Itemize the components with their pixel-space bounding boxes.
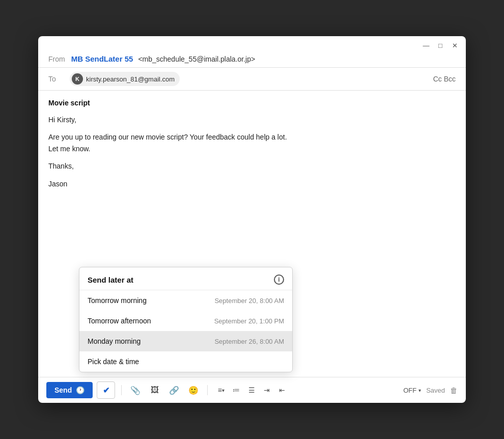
minimize-button[interactable]: — [422, 41, 430, 49]
option-tomorrow-afternoon[interactable]: Tomorrow afternoon September 20, 1:00 PM [79, 311, 292, 331]
info-icon[interactable]: i [274, 275, 284, 285]
email-compose-window: — □ ✕ From MB SendLater 55 <mb_schedule_… [38, 36, 466, 403]
cc-bcc-button[interactable]: Cc Bcc [433, 75, 456, 83]
window-controls: — □ ✕ [422, 41, 459, 49]
title-bar: — □ ✕ [38, 36, 466, 52]
recipient-chip[interactable]: K kirsty.pearson_81@gmail.com [70, 72, 180, 86]
panel-title: Send later at [88, 276, 133, 284]
send-later-panel: Send later at i Tomorrow morning Septemb… [79, 267, 293, 372]
option-pick-date[interactable]: Pick date & time [79, 351, 292, 372]
link-icon[interactable]: 🔗 [166, 382, 182, 398]
clock-icon: 🕐 [76, 386, 85, 394]
option-label: Pick date & time [88, 358, 139, 366]
format-group: ≡▾ ≔ ☰ ⇥ ⇤ [214, 383, 289, 397]
maximize-button[interactable]: □ [436, 41, 444, 49]
option-tomorrow-morning[interactable]: Tomorrow morning September 20, 8:00 AM [79, 290, 292, 311]
option-monday-morning[interactable]: Monday morning September 26, 8:00 AM [79, 331, 292, 351]
outdent-icon[interactable]: ⇤ [275, 383, 289, 397]
body-greeting: Hi Kirsty, [48, 114, 456, 125]
option-time: September 20, 1:00 PM [214, 317, 284, 325]
to-label: To [48, 75, 64, 83]
numbered-list-icon[interactable]: ☰ [244, 383, 259, 397]
panel-header: Send later at i [79, 267, 292, 290]
option-time: September 26, 8:00 AM [214, 338, 284, 345]
bullet-list-icon[interactable]: ≔ [229, 383, 243, 397]
email-content[interactable]: Hi Kirsty, Are you up to reading our new… [48, 114, 456, 189]
trash-icon[interactable]: 🗑 [450, 386, 458, 395]
check-button[interactable]: ✔ [97, 381, 115, 399]
close-button[interactable]: ✕ [451, 41, 459, 49]
avatar: K [72, 73, 83, 85]
email-subject: Movie script [48, 99, 456, 107]
from-name: MB SendLater 55 [71, 54, 133, 63]
send-label: Send [54, 386, 72, 394]
indent-icon[interactable]: ⇥ [260, 383, 274, 397]
attach-icon[interactable]: 📎 [128, 382, 143, 398]
off-toggle[interactable]: OFF ▾ [403, 387, 421, 394]
emoji-icon[interactable]: 🙂 [186, 382, 201, 398]
image-icon[interactable]: 🖼 [147, 382, 162, 398]
body-signature: Jason [48, 178, 456, 189]
from-row: From MB SendLater 55 <mb_schedule_55@ima… [38, 52, 466, 68]
toolbar-separator [121, 385, 122, 395]
option-label: Tomorrow morning [88, 296, 147, 305]
option-label: Tomorrow afternoon [88, 317, 151, 325]
check-icon: ✔ [103, 386, 109, 395]
align-icon[interactable]: ≡▾ [214, 383, 228, 397]
body-closing: Thanks, [48, 160, 456, 172]
saved-label: Saved [426, 387, 445, 394]
option-time: September 20, 8:00 AM [214, 297, 284, 305]
toolbar: Send 🕐 ✔ 📎 🖼 🔗 🙂 ≡▾ ≔ ☰ ⇥ ⇤ OFF ▾ Saved … [38, 377, 466, 403]
from-email: <mb_schedule_55@imail.plala.or.jp> [138, 55, 255, 63]
toolbar-right: OFF ▾ Saved 🗑 [403, 386, 458, 395]
from-label: From [48, 55, 65, 63]
to-row: To K kirsty.pearson_81@gmail.com Cc Bcc [38, 68, 466, 91]
toolbar-separator-2 [207, 385, 208, 395]
send-button[interactable]: Send 🕐 [46, 382, 93, 398]
option-label: Monday morning [88, 337, 141, 345]
off-label: OFF [403, 387, 416, 394]
body-paragraph: Are you up to reading our new movie scri… [48, 131, 456, 154]
chevron-down-icon: ▾ [418, 388, 421, 393]
recipient-email: kirsty.pearson_81@gmail.com [86, 75, 175, 83]
